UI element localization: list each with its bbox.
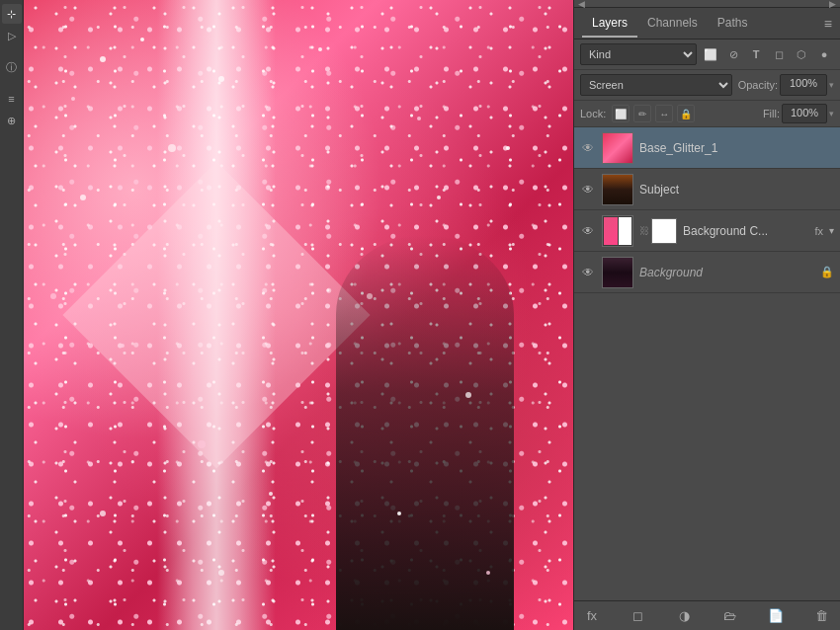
layer-eye-subject[interactable]: 👁	[580, 182, 596, 197]
panel-top-bar: ◀ ▶	[574, 0, 840, 8]
layer-eye-background-copy[interactable]: 👁	[580, 223, 596, 239]
layer-thumb-background-copy	[602, 215, 633, 247]
filter-shape-icon[interactable]: ◻	[769, 44, 789, 64]
info-tool[interactable]: ⓘ	[2, 57, 22, 77]
layer-thumb-subject	[602, 174, 633, 205]
tabs-bar: Layers Channels Paths ≡	[574, 8, 840, 39]
selection-tool[interactable]: ▷	[2, 26, 22, 45]
subject-silhouette	[336, 235, 514, 630]
layer-thumb-subject-fill	[603, 175, 632, 204]
layers-bottom: fx ◻ ◑ 🗁 📄 🗑	[574, 600, 840, 630]
blend-mode-select[interactable]: Screen Normal Multiply Overlay Soft Ligh…	[580, 74, 732, 96]
canvas-area	[24, 0, 573, 630]
filter-type-icon[interactable]: T	[746, 44, 766, 64]
canvas-image	[24, 0, 573, 630]
add-style-icon[interactable]: fx	[582, 606, 602, 626]
add-tool[interactable]: ⊕	[2, 111, 22, 130]
fill-value[interactable]: 100%	[782, 104, 827, 123]
layer-thumb-bg-fill	[603, 258, 632, 287]
layer-lock-icon: 🔒	[820, 266, 834, 278]
opacity-group: Opacity: 100% ▾	[738, 74, 834, 96]
left-toolbar: ⊹ ▷ ⓘ ≡ ⊕	[0, 0, 24, 630]
opacity-arrow[interactable]: ▾	[829, 80, 834, 90]
opacity-value[interactable]: 100%	[780, 74, 827, 96]
filter-kind-select[interactable]: Kind Name Effect Mode Attribute Color	[580, 43, 697, 65]
fill-group: Fill: 100% ▾	[763, 104, 834, 123]
right-panel: ◀ ▶ Layers Channels Paths ≡ Kind Name Ef…	[573, 0, 840, 630]
lock-move-btn[interactable]: ↔	[655, 105, 673, 122]
fill-arrow[interactable]: ▾	[829, 109, 834, 118]
layers-tool[interactable]: ≡	[2, 89, 22, 109]
layer-item-subject[interactable]: 👁 Subject	[574, 169, 840, 210]
layer-mask-thumb	[651, 218, 677, 244]
lock-label: Lock:	[580, 108, 606, 119]
layer-eye-background[interactable]: 👁	[580, 265, 596, 280]
tab-channels[interactable]: Channels	[637, 10, 708, 38]
tab-paths[interactable]: Paths	[708, 10, 758, 38]
filter-pixel-icon[interactable]: ⬜	[701, 44, 720, 64]
layer-thumb-background	[602, 257, 633, 288]
panel-menu-icon[interactable]: ≡	[824, 16, 832, 32]
fill-label: Fill:	[763, 108, 780, 119]
layer-thumb-glitter-fill	[603, 133, 632, 163]
blend-mode-row: Screen Normal Multiply Overlay Soft Ligh…	[574, 70, 840, 101]
create-group-icon[interactable]: 🗁	[720, 606, 740, 626]
tabs-left: Layers Channels Paths	[582, 10, 757, 38]
add-mask-icon[interactable]: ◻	[629, 606, 648, 626]
layer-expand-arrow[interactable]: ▾	[829, 225, 834, 236]
tab-layers[interactable]: Layers	[582, 10, 637, 38]
layer-fx-icon: fx	[814, 225, 823, 237]
layer-name-base-glitter: Base_Glitter_1	[639, 141, 834, 155]
lock-paint-btn[interactable]: ✏	[633, 105, 651, 122]
filter-adjust-icon[interactable]: ⊘	[723, 44, 743, 64]
lock-icons: ⬜ ✏ ↔ 🔒	[612, 105, 695, 122]
bg-copy-thumb-left	[604, 217, 618, 245]
move-tool[interactable]: ⊹	[2, 4, 22, 24]
filter-smart-icon[interactable]: ⬡	[792, 44, 811, 64]
filter-dot-icon[interactable]: ●	[814, 44, 834, 64]
layer-chain-icon: ⛓	[639, 225, 649, 236]
create-adjustment-icon[interactable]: ◑	[674, 606, 694, 626]
lock-all-btn[interactable]: 🔒	[677, 105, 695, 122]
create-layer-icon[interactable]: 📄	[766, 606, 786, 626]
lock-transparency-btn[interactable]: ⬜	[612, 105, 630, 122]
layer-thumb-base-glitter	[602, 132, 633, 164]
filter-row: Kind Name Effect Mode Attribute Color ⬜ …	[574, 39, 840, 70]
layer-item-background[interactable]: 👁 Background 🔒	[574, 252, 840, 293]
toolbar-spacer1	[2, 47, 22, 55]
layers-list: 👁 Base_Glitter_1 👁 Subject 👁 ⛓ Backgroun…	[574, 127, 840, 600]
opacity-label: Opacity:	[738, 79, 778, 91]
layer-name-background: Background	[639, 266, 814, 279]
layer-eye-base-glitter[interactable]: 👁	[580, 140, 596, 156]
layer-item-base-glitter[interactable]: 👁 Base_Glitter_1	[574, 127, 840, 169]
bg-copy-thumb-right	[619, 217, 632, 245]
layer-name-background-copy: Background C...	[683, 224, 808, 238]
delete-layer-icon[interactable]: 🗑	[812, 606, 832, 626]
layer-item-background-copy[interactable]: 👁 ⛓ Background C... fx ▾	[574, 210, 840, 252]
lock-row: Lock: ⬜ ✏ ↔ 🔒 Fill: 100% ▾	[574, 101, 840, 127]
layer-name-subject: Subject	[639, 183, 834, 197]
filter-icons: ⬜ ⊘ T ◻ ⬡ ●	[701, 44, 834, 64]
toolbar-spacer2	[2, 79, 22, 87]
